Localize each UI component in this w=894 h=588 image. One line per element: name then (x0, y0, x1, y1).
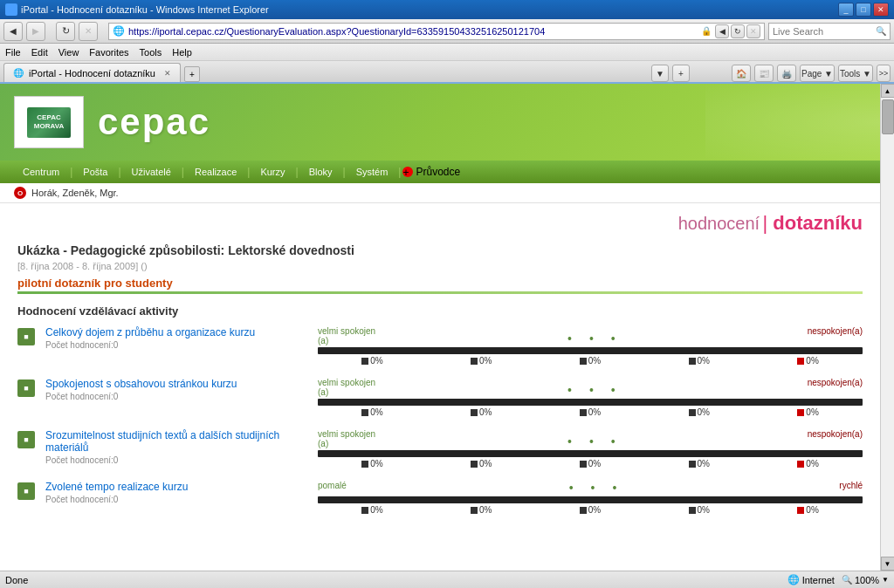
green-divider (17, 291, 863, 294)
new-tab-button[interactable]: + (184, 66, 200, 82)
tools-button[interactable]: Tools ▼ (838, 65, 873, 82)
zoom-level: 100% (855, 575, 879, 585)
rating-box-5 (797, 461, 804, 468)
stop-address[interactable]: ✕ (746, 24, 760, 38)
rating-box-4 (689, 358, 696, 365)
page-title-bold: dotazníku (773, 212, 863, 234)
questions-list: ■ Celkový dojem z průběhu a organizace k… (17, 326, 863, 515)
scroll-up-button[interactable]: ▲ (881, 84, 895, 98)
rating-dots-row: • • • (567, 326, 615, 345)
user-bar: O Horák, Zdeněk, Mgr. (0, 183, 880, 203)
scroll-down-button[interactable]: ▼ (881, 557, 895, 571)
rating-label-right: nespokojen(a) (808, 429, 863, 448)
home-button[interactable]: 🏠 (732, 65, 751, 82)
zoom-chevron: ▼ (882, 576, 889, 584)
rating-values: 0% 0% 0% 0% (318, 407, 863, 417)
zone-label: Internet (802, 575, 835, 585)
rating-box-5 (797, 358, 804, 365)
user-name: Horák, Zdeněk, Mgr. (31, 188, 119, 198)
dot3: • (611, 434, 615, 448)
nav-uzivatele[interactable]: Uživatelé (123, 164, 180, 180)
address-bar[interactable]: 🌐 🔒 ◀ ↻ ✕ (108, 23, 765, 40)
rating-value-2: 0% (471, 356, 492, 366)
nav-system[interactable]: Systém (347, 164, 397, 180)
logo-image: CEPACMORAVA (27, 107, 71, 138)
nav-pruvodce[interactable]: + Průvodce (402, 166, 460, 178)
main-content: CEPACMORAVA cepac Centrum | Pošta | Uživ… (0, 84, 880, 571)
lock-icon: 🔒 (701, 26, 712, 36)
feeds-button[interactable]: 📰 (754, 65, 774, 82)
question-link[interactable]: Srozumitelnost studijních textů a dalšíc… (45, 429, 279, 454)
question-text-col: Celkový dojem z průběhu a organizace kur… (45, 326, 307, 350)
menu-file[interactable]: File (5, 47, 21, 58)
rating-label-left: pomalé (318, 481, 347, 495)
questionnaire-title: Ukázka - Pedagogické způsobilosti: Lekto… (17, 243, 863, 257)
more-button[interactable]: >> (877, 65, 891, 82)
question-row: ■ Spokojenost s obsahovou stránkou kurzu… (17, 378, 863, 417)
tab-list-button[interactable]: ▼ (651, 65, 669, 82)
tab-close-icon[interactable]: ✕ (164, 69, 171, 78)
back-button[interactable]: ◀ (3, 22, 23, 41)
add-tab-button[interactable]: + (672, 65, 690, 82)
question-link[interactable]: Celkový dojem z průběhu a organizace kur… (45, 326, 255, 338)
question-icon: ■ (17, 328, 35, 345)
status-zone: 🌐 Internet (787, 574, 835, 585)
zoom-control[interactable]: 🔍 100% ▼ (842, 575, 889, 585)
rating-value-2: 0% (471, 505, 492, 515)
stop-button[interactable]: ✕ (79, 22, 98, 41)
forward-button[interactable]: ▶ (26, 22, 45, 41)
rating-labels: velmi spokojen (a) • • • nespokojen(a) (318, 429, 863, 448)
menu-view[interactable]: View (58, 47, 79, 58)
question-link[interactable]: Zvolené tempo realizace kurzu (45, 481, 188, 493)
status-bar: Done 🌐 Internet 🔍 100% ▼ (0, 571, 894, 588)
rating-bar (318, 347, 863, 354)
nav-centrum[interactable]: Centrum (14, 164, 68, 180)
rating-box-4 (689, 507, 696, 514)
question-link[interactable]: Spokojenost s obsahovou stránkou kurzu (45, 378, 237, 390)
rating-value-3: 0% (580, 407, 601, 417)
rating-col: velmi spokojen (a) • • • nespokojen(a) 0… (318, 429, 863, 468)
rating-box-1 (361, 358, 368, 365)
scroll-thumb[interactable] (882, 99, 894, 134)
nav-realizace[interactable]: Realizace (186, 164, 245, 180)
go-back-address[interactable]: ◀ (715, 24, 729, 38)
active-tab[interactable]: 🌐 iPortal - Hodnocení dotazníku ✕ (3, 63, 181, 82)
question-icon: ■ (17, 482, 35, 500)
rating-value-5: 0% (797, 459, 818, 468)
menu-edit[interactable]: Edit (31, 47, 48, 58)
rating-values: 0% 0% 0% 0% (318, 459, 863, 468)
menu-tools[interactable]: Tools (140, 47, 162, 58)
tab-right-controls: ▼ + 🏠 📰 🖨️ Page ▼ Tools ▼ >> (651, 65, 891, 82)
nav-posta[interactable]: Pošta (74, 164, 116, 180)
search-box[interactable]: 🔍 (768, 23, 891, 40)
close-button[interactable]: ✕ (873, 3, 889, 17)
page-button[interactable]: Page ▼ (800, 65, 835, 82)
section-title: Hodnocení vzdělávací aktivity (17, 304, 863, 318)
nav-kurzy[interactable]: Kurzy (251, 164, 293, 180)
rating-dots-row: • • • (567, 429, 615, 448)
minimize-button[interactable]: _ (838, 3, 854, 17)
refresh-address[interactable]: ↻ (731, 24, 745, 38)
title-separator: | (763, 212, 774, 234)
search-input[interactable] (773, 26, 876, 37)
menu-favorites[interactable]: Favorites (89, 47, 128, 58)
menu-help[interactable]: Help (172, 47, 192, 58)
tab-label: iPortal - Hodnocení dotazníku (29, 68, 155, 79)
rating-box-3 (580, 507, 587, 514)
rating-value-1: 0% (361, 356, 382, 366)
refresh-button[interactable]: ↻ (56, 22, 75, 41)
scrollbar[interactable]: ▲ ▼ (880, 84, 894, 571)
maximize-button[interactable]: □ (856, 3, 871, 17)
rating-col: velmi spokojen (a) • • • nespokojen(a) 0… (318, 378, 863, 417)
rating-box-3 (580, 358, 587, 365)
window-controls[interactable]: _ □ ✕ (838, 3, 889, 17)
url-input[interactable] (128, 26, 701, 37)
rating-bar (318, 496, 863, 503)
rating-value-1: 0% (361, 459, 382, 468)
nav-bloky[interactable]: Bloky (300, 164, 341, 180)
dot1: • (567, 383, 572, 397)
question-count: Počet hodnocení:0 (45, 340, 307, 350)
status-right: 🌐 Internet 🔍 100% ▼ (787, 574, 889, 585)
rating-values: 0% 0% 0% 0% (318, 505, 863, 515)
print-button[interactable]: 🖨️ (777, 65, 796, 82)
